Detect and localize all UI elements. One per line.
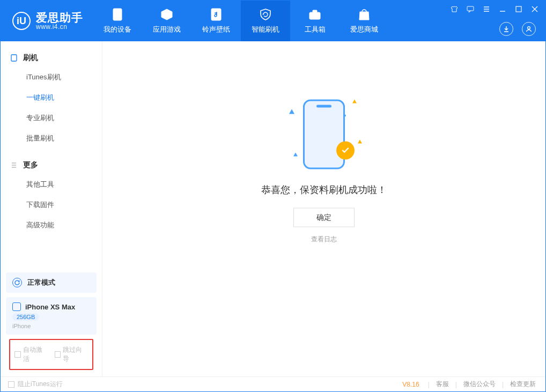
- sparkle-icon: [358, 139, 362, 143]
- nav-flash[interactable]: 智能刷机: [241, 1, 290, 41]
- checkbox-icon: [8, 381, 14, 388]
- device-icon: [10, 54, 18, 62]
- nav-label: 铃声壁纸: [202, 25, 230, 34]
- menu-icon[interactable]: [482, 5, 491, 13]
- sidebar-group-more: 更多: [1, 156, 102, 174]
- app-url: www.i4.cn: [36, 24, 83, 31]
- checkbox-label: 自动激活: [23, 345, 48, 364]
- nav-apps[interactable]: 应用游戏: [142, 1, 191, 41]
- toolbox-icon: [308, 8, 322, 21]
- download-button[interactable]: [499, 22, 513, 36]
- sidebar-item-download-firmware[interactable]: 下载固件: [1, 195, 102, 215]
- device-type: iPhone: [12, 323, 90, 329]
- user-button[interactable]: [522, 22, 536, 36]
- checkbox-label: 跳过向导: [63, 345, 88, 364]
- main-panel: 恭喜您，保资料刷机成功啦！ 确定 查看日志: [102, 41, 545, 376]
- main-nav: 我的设备 应用游戏 铃声壁纸 智能刷机 工具箱 爱思商城: [93, 1, 389, 41]
- svg-point-6: [528, 27, 530, 29]
- shirt-icon[interactable]: [450, 5, 459, 13]
- nav-label: 应用游戏: [153, 25, 181, 34]
- refresh-icon: [12, 278, 22, 287]
- nav-store[interactable]: 爱思商城: [340, 1, 389, 41]
- music-file-icon: [209, 8, 223, 21]
- svg-rect-3: [313, 10, 317, 12]
- skip-guide-checkbox[interactable]: 跳过向导: [55, 345, 88, 364]
- device-mode-label: 正常模式: [27, 278, 55, 287]
- svg-rect-4: [467, 6, 474, 11]
- device-capacity: 256GB: [12, 313, 39, 321]
- checkbox-icon: [55, 351, 61, 358]
- success-message: 恭喜您，保资料刷机成功啦！: [211, 183, 437, 196]
- list-icon: [10, 161, 18, 169]
- phone-success-illustration: [284, 94, 364, 174]
- sidebar-item-other-tools[interactable]: 其他工具: [1, 174, 102, 195]
- view-log-link[interactable]: 查看日志: [211, 234, 437, 243]
- nav-label: 爱思商城: [350, 25, 378, 34]
- app-logo: iU 爱思助手 www.i4.cn: [1, 1, 93, 41]
- sidebar-item-batch-flash[interactable]: 批量刷机: [1, 128, 102, 149]
- device-name: iPhone XS Max: [25, 303, 75, 311]
- check-badge-icon: [336, 141, 355, 159]
- sidebar-item-pro-flash[interactable]: 专业刷机: [1, 108, 102, 128]
- nav-toolbox[interactable]: 工具箱: [290, 1, 340, 41]
- sidebar-item-advanced[interactable]: 高级功能: [1, 215, 102, 235]
- nav-label: 我的设备: [104, 25, 131, 34]
- device-mode-card[interactable]: 正常模式: [6, 272, 97, 293]
- cube-icon: [160, 8, 174, 21]
- flash-options-box: 自动激活 跳过向导: [9, 339, 93, 370]
- device-card[interactable]: iPhone XS Max 256GB iPhone: [6, 297, 97, 335]
- wechat-link[interactable]: 微信公众号: [461, 380, 498, 389]
- check-update-link[interactable]: 检查更新: [508, 380, 538, 389]
- statusbar: 阻止iTunes运行 V8.16 | 客服 | 微信公众号 | 检查更新: [1, 376, 545, 391]
- nav-label: 智能刷机: [252, 25, 279, 34]
- sparkle-icon: [352, 99, 357, 103]
- bag-icon: [357, 8, 371, 21]
- window-controls: [450, 5, 539, 13]
- auto-activate-checkbox[interactable]: 自动激活: [14, 345, 48, 364]
- titlebar: iU 爱思助手 www.i4.cn 我的设备 应用游戏 铃声壁纸 智能刷机 工具…: [1, 1, 545, 41]
- close-button[interactable]: [530, 5, 539, 13]
- nav-label: 工具箱: [305, 25, 326, 34]
- phone-icon: [110, 8, 124, 21]
- maximize-button[interactable]: [514, 5, 523, 13]
- group-title-label: 更多: [23, 160, 38, 170]
- nav-my-device[interactable]: 我的设备: [93, 1, 142, 41]
- svg-rect-7: [11, 55, 17, 61]
- header-actions: [499, 22, 536, 36]
- sidebar-group-flash: 刷机: [1, 49, 102, 67]
- feedback-icon[interactable]: [466, 5, 475, 13]
- phone-icon: [12, 302, 21, 311]
- minimize-button[interactable]: [498, 5, 507, 13]
- group-title-label: 刷机: [23, 53, 38, 63]
- sparkle-icon: [293, 152, 298, 156]
- phone-illustration: [303, 99, 345, 169]
- sidebar-item-oneclick-flash[interactable]: 一键刷机: [1, 87, 102, 108]
- svg-rect-2: [309, 12, 320, 19]
- svg-rect-5: [516, 6, 521, 12]
- app-name: 爱思助手: [36, 11, 83, 24]
- logo-icon: iU: [12, 12, 31, 30]
- block-itunes-checkbox[interactable]: 阻止iTunes运行: [8, 380, 63, 389]
- flash-success-panel: 恭喜您，保资料刷机成功啦！ 确定 查看日志: [211, 94, 437, 243]
- checkbox-label: 阻止iTunes运行: [18, 380, 63, 389]
- customer-service-link[interactable]: 客服: [434, 380, 451, 389]
- sparkle-icon: [289, 109, 294, 114]
- sidebar-item-itunes-flash[interactable]: iTunes刷机: [1, 67, 102, 87]
- ok-button[interactable]: 确定: [293, 208, 355, 227]
- shield-refresh-icon: [259, 8, 272, 21]
- sidebar: 刷机 iTunes刷机 一键刷机 专业刷机 批量刷机 更多 其他工具 下载固件 …: [1, 41, 102, 376]
- version-label: V8.16: [402, 381, 419, 388]
- checkbox-icon: [14, 351, 21, 358]
- svg-rect-0: [113, 9, 122, 20]
- nav-ringtones[interactable]: 铃声壁纸: [191, 1, 241, 41]
